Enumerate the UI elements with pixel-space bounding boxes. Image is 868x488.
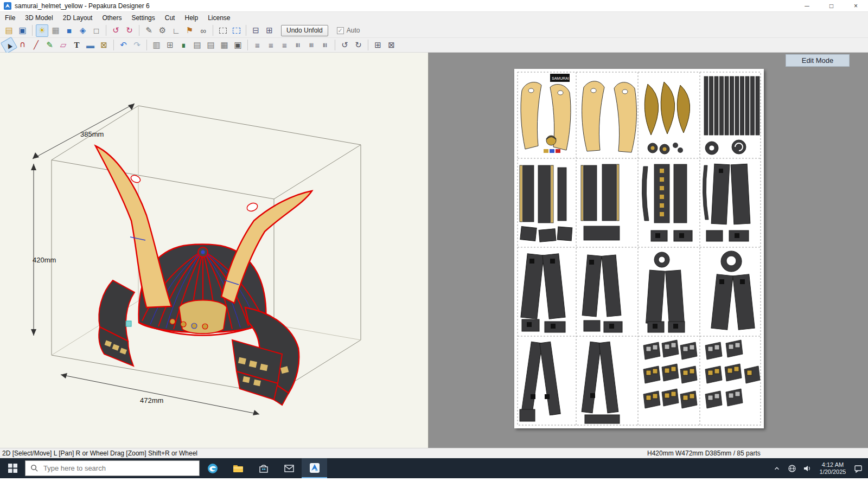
- menu-2d-layout[interactable]: 2D Layout: [58, 12, 98, 23]
- part-long-strips-2[interactable]: [582, 342, 620, 423]
- taskbar-clock[interactable]: 4:12 AM 1/20/2025: [816, 461, 850, 476]
- edit-mode-button[interactable]: Edit Mode: [786, 54, 850, 67]
- taskbar-pepakura[interactable]: [302, 458, 327, 478]
- viewport-3d[interactable]: 385mm 420mm 472mm: [0, 53, 429, 448]
- part-panels-4[interactable]: [703, 164, 750, 241]
- start-button[interactable]: [0, 458, 25, 478]
- menu-help[interactable]: Help: [180, 12, 203, 23]
- part-long-strips-1[interactable]: [520, 342, 560, 421]
- texture-icon[interactable]: ▦: [49, 24, 62, 37]
- toolbar-separator: [106, 25, 106, 36]
- part-crest-pair-1[interactable]: SAMURAI: [521, 74, 571, 153]
- redo-icon[interactable]: ↷: [131, 39, 143, 52]
- part-panels-1[interactable]: [520, 165, 572, 242]
- toolbar-separator: [335, 40, 335, 50]
- chart-icon[interactable]: ∎: [177, 39, 190, 52]
- light-icon[interactable]: ☀: [36, 24, 48, 37]
- menu-settings[interactable]: Settings: [126, 12, 159, 23]
- material-icon[interactable]: ⊠: [98, 39, 110, 52]
- taskbar-edge[interactable]: [200, 458, 225, 478]
- menu-cut[interactable]: Cut: [160, 12, 180, 23]
- align-left-icon[interactable]: ≡: [251, 39, 264, 52]
- part-panels-3[interactable]: [642, 164, 692, 241]
- part-plate-rows-1[interactable]: [643, 340, 697, 408]
- link-icon[interactable]: ∞: [197, 24, 209, 37]
- search-input[interactable]: [43, 464, 184, 472]
- minimize-button[interactable]: ─: [795, 0, 819, 12]
- tray-volume-icon[interactable]: [801, 458, 814, 478]
- wireframe-view-icon[interactable]: □: [90, 24, 103, 37]
- menu-3d-model[interactable]: 3D Model: [20, 12, 58, 23]
- edge-pen-icon[interactable]: ✎: [143, 24, 155, 37]
- part-tapered-panels-1[interactable]: [521, 254, 565, 332]
- helmet-3d-model[interactable]: [95, 146, 312, 405]
- tray-chevron-up-icon[interactable]: [770, 458, 783, 478]
- part-crescents[interactable]: [644, 82, 690, 154]
- align-top-icon[interactable]: ≡: [292, 39, 304, 52]
- viewport-2d[interactable]: SAMURAI: [429, 53, 868, 448]
- select-area-plus-icon[interactable]: [230, 24, 242, 37]
- part-tapered-panels-2[interactable]: [582, 255, 622, 332]
- menu-license[interactable]: License: [203, 12, 235, 23]
- gear-icon[interactable]: ⚙: [156, 24, 169, 37]
- menu-file[interactable]: File: [0, 12, 20, 23]
- auto-checkbox[interactable]: ✓: [337, 27, 344, 34]
- rotate-cw-icon[interactable]: ↻: [123, 24, 136, 37]
- close-button[interactable]: ×: [844, 0, 868, 12]
- export-print-icon[interactable]: ▦: [218, 39, 231, 52]
- export-doc-icon[interactable]: ▤: [191, 39, 203, 52]
- tray-network-icon[interactable]: [786, 458, 799, 478]
- rotate-left90-icon[interactable]: ↺: [339, 39, 351, 52]
- maximize-button[interactable]: □: [819, 0, 844, 12]
- magnet-icon[interactable]: ∪: [16, 39, 29, 52]
- smooth-view-icon[interactable]: ◈: [76, 24, 89, 37]
- pattern-sheet[interactable]: SAMURAI: [514, 69, 764, 428]
- select-area-icon[interactable]: [216, 24, 229, 37]
- book-icon[interactable]: ▥: [150, 39, 163, 52]
- align-right-icon[interactable]: ≡: [278, 39, 291, 52]
- open-folder-icon[interactable]: ▤: [3, 24, 15, 37]
- undo-unfold-button[interactable]: Undo Unfold: [281, 25, 328, 36]
- export-image-icon[interactable]: ▤: [205, 39, 217, 52]
- protractor-icon[interactable]: ∟: [170, 24, 182, 37]
- taskbar-file-explorer[interactable]: [225, 458, 251, 478]
- image-icon[interactable]: ▬: [84, 39, 97, 52]
- taskbar-search[interactable]: [25, 460, 200, 476]
- arrange-parts-icon[interactable]: ⊞: [372, 39, 384, 52]
- part-ring-panels-1[interactable]: [646, 252, 685, 332]
- edge-icon: [207, 463, 218, 474]
- rotate-ccw-icon[interactable]: ↺: [110, 24, 122, 37]
- knife-icon[interactable]: ╱: [30, 39, 42, 52]
- save-icon[interactable]: ▣: [16, 24, 29, 37]
- interlock-icon[interactable]: ⊠: [385, 39, 398, 52]
- select-arrow-icon[interactable]: ▲: [1, 36, 17, 53]
- taskbar-mail[interactable]: [276, 458, 302, 478]
- part-plate-rows-2[interactable]: [705, 340, 760, 408]
- align-center-h-icon[interactable]: ≡: [265, 39, 277, 52]
- part-panels-2[interactable]: [581, 164, 620, 240]
- align-middle-icon[interactable]: ≡: [305, 39, 318, 52]
- toolbar-separator: [113, 40, 114, 50]
- pane-split-v-icon[interactable]: ⊞: [263, 24, 276, 37]
- text-tool-icon[interactable]: T: [71, 39, 83, 52]
- align-bottom-icon[interactable]: ≡: [319, 39, 331, 52]
- print-icon[interactable]: ▣: [232, 39, 244, 52]
- flatten-icon[interactable]: ⊞: [164, 39, 176, 52]
- menu-others[interactable]: Others: [97, 12, 126, 23]
- rotate-right90-icon[interactable]: ↻: [352, 39, 365, 52]
- flag-icon[interactable]: ⚑: [183, 24, 196, 37]
- taskbar: 4:12 AM 1/20/2025: [0, 458, 868, 478]
- eraser-icon[interactable]: ▱: [57, 39, 69, 52]
- pepakura-taskbar-icon: [309, 463, 320, 473]
- part-ring-panels-2[interactable]: [711, 251, 755, 330]
- part-strips-block[interactable]: [704, 76, 760, 155]
- pen-icon[interactable]: ✎: [43, 39, 56, 52]
- taskbar-store[interactable]: [251, 458, 276, 478]
- shaded-view-icon[interactable]: ■: [63, 24, 75, 37]
- helmet-crest-left: [95, 146, 171, 307]
- pane-split-h-icon[interactable]: ⊟: [250, 24, 262, 37]
- app-window: samurai_helmet_yellow - Pepakura Designe…: [0, 0, 868, 488]
- action-center-icon[interactable]: [852, 458, 865, 478]
- undo-icon[interactable]: ↶: [117, 39, 130, 52]
- part-crest-pair-2[interactable]: [582, 81, 637, 152]
